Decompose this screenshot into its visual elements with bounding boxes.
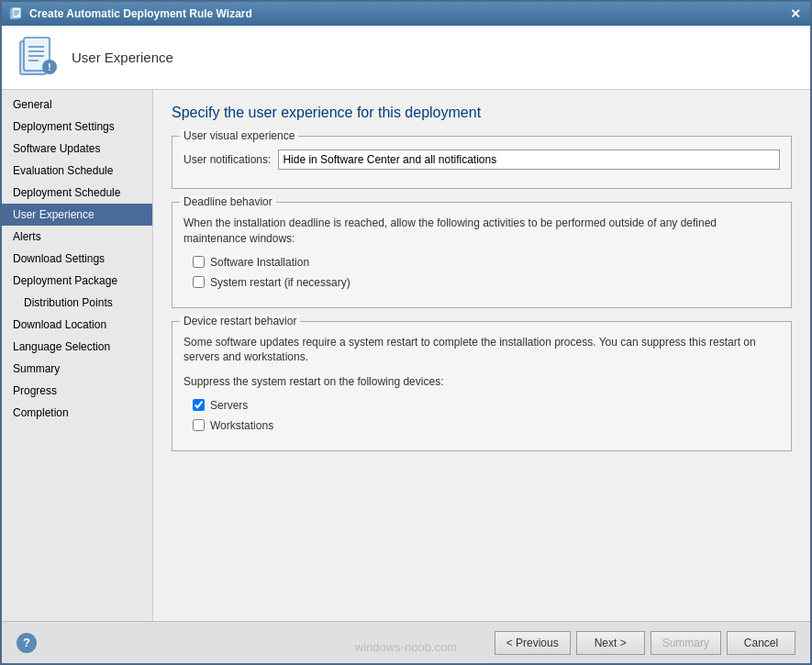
- system-restart-label: System restart (if necessary): [210, 276, 350, 289]
- sidebar: General Deployment Settings Software Upd…: [2, 90, 153, 621]
- help-icon[interactable]: ?: [17, 633, 37, 653]
- sidebar-item-download-settings[interactable]: Download Settings: [2, 248, 152, 270]
- sidebar-item-summary[interactable]: Summary: [2, 358, 152, 380]
- header-area: ! User Experience: [2, 26, 810, 90]
- content-area: Specify the user experience for this dep…: [153, 90, 810, 621]
- title-bar: Create Automatic Deployment Rule Wizard …: [2, 2, 810, 26]
- header-title: User Experience: [72, 50, 173, 65]
- servers-label: Servers: [210, 399, 248, 412]
- user-notifications-row: User notifications: Display in Software …: [184, 150, 780, 170]
- workstations-label: Workstations: [210, 419, 273, 432]
- deadline-description: When the installation deadline is reache…: [184, 216, 780, 247]
- sidebar-item-general[interactable]: General: [2, 94, 152, 116]
- sidebar-item-deployment-schedule[interactable]: Deployment Schedule: [2, 182, 152, 204]
- sidebar-item-evaluation-schedule[interactable]: Evaluation Schedule: [2, 160, 152, 182]
- software-installation-row: Software Installation: [184, 256, 780, 269]
- user-notifications-dropdown[interactable]: Display in Software Center and show all …: [278, 150, 780, 170]
- title-bar-text: Create Automatic Deployment Rule Wizard: [29, 7, 252, 20]
- deadline-behavior-group: Deadline behavior When the installation …: [172, 202, 792, 308]
- sidebar-item-deployment-package[interactable]: Deployment Package: [2, 270, 152, 292]
- sidebar-item-language-selection[interactable]: Language Selection: [2, 336, 152, 358]
- sidebar-item-user-experience[interactable]: User Experience: [2, 204, 152, 226]
- servers-row: Servers: [184, 399, 780, 412]
- device-restart-description2: Suppress the system restart on the follo…: [184, 374, 780, 390]
- user-visual-experience-group: User visual experience User notification…: [172, 136, 792, 189]
- sidebar-item-distribution-points[interactable]: Distribution Points: [2, 292, 152, 314]
- cancel-button[interactable]: Cancel: [727, 631, 795, 655]
- title-bar-icon: [9, 6, 24, 21]
- sidebar-item-progress[interactable]: Progress: [2, 380, 152, 402]
- workstations-row: Workstations: [184, 419, 780, 432]
- device-restart-legend: Device restart behavior: [180, 315, 300, 327]
- content-title: Specify the user experience for this dep…: [172, 105, 792, 121]
- next-button[interactable]: Next >: [576, 631, 645, 655]
- svg-text:!: !: [48, 62, 50, 72]
- user-notifications-label: User notifications:: [184, 153, 271, 166]
- close-button[interactable]: ✕: [788, 7, 803, 20]
- device-restart-description1: Some software updates require a system r…: [184, 335, 780, 366]
- user-visual-experience-legend: User visual experience: [180, 129, 298, 142]
- previous-button[interactable]: < Previous: [495, 631, 571, 655]
- deadline-behavior-legend: Deadline behavior: [180, 195, 276, 208]
- header-icon: !: [17, 36, 61, 80]
- software-installation-label: Software Installation: [210, 256, 309, 269]
- software-installation-checkbox[interactable]: [193, 256, 205, 268]
- sidebar-item-software-updates[interactable]: Software Updates: [2, 138, 152, 160]
- workstations-checkbox[interactable]: [193, 419, 205, 431]
- sidebar-item-deployment-settings[interactable]: Deployment Settings: [2, 116, 152, 138]
- footer: ? < Previous Next > Summary Cancel: [2, 621, 810, 663]
- wizard-window: Create Automatic Deployment Rule Wizard …: [0, 0, 812, 665]
- system-restart-row: System restart (if necessary): [184, 276, 780, 289]
- servers-checkbox[interactable]: [193, 399, 205, 411]
- sidebar-item-alerts[interactable]: Alerts: [2, 226, 152, 248]
- main-content: General Deployment Settings Software Upd…: [2, 90, 810, 621]
- sidebar-item-download-location[interactable]: Download Location: [2, 314, 152, 336]
- device-restart-behavior-group: Device restart behavior Some software up…: [172, 321, 792, 451]
- sidebar-item-completion[interactable]: Completion: [2, 402, 152, 424]
- summary-button[interactable]: Summary: [651, 631, 721, 655]
- system-restart-checkbox[interactable]: [193, 276, 205, 288]
